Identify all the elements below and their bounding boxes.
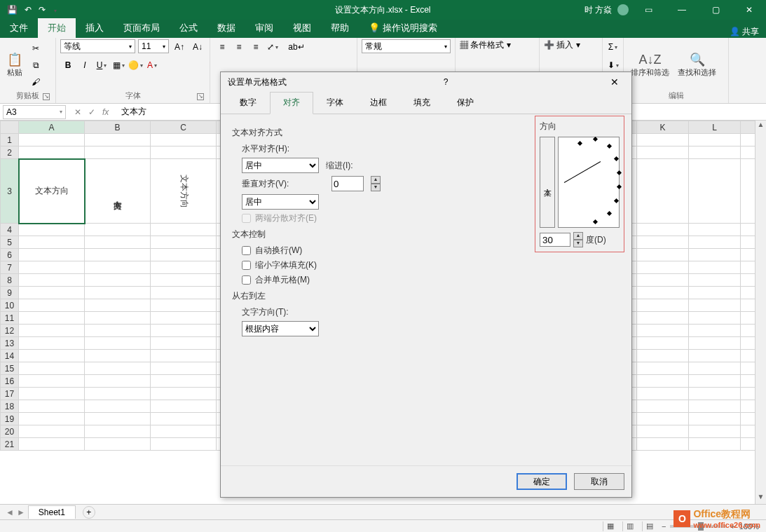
row-header[interactable]: 3	[1, 159, 19, 224]
paste-button[interactable]: 📋 粘贴	[4, 50, 25, 79]
wrap-text-icon[interactable]: ab↵	[289, 39, 304, 55]
sheet-nav-next-icon[interactable]: ►	[17, 507, 25, 517]
row-header[interactable]: 1	[1, 134, 19, 146]
dialog-tab-number[interactable]: 数字	[226, 92, 270, 114]
dialog-help-icon[interactable]: ?	[438, 74, 454, 90]
orientation-vertical-button[interactable]: 文本	[540, 137, 555, 228]
save-icon[interactable]: 💾	[7, 5, 18, 15]
text-direction-select[interactable]: 根据内容	[242, 321, 319, 336]
dialog-close-icon[interactable]: ✕	[605, 74, 624, 90]
indent-down-icon[interactable]: ▼	[371, 184, 381, 191]
degree-down-icon[interactable]: ▼	[573, 240, 583, 247]
tab-data[interactable]: 数据	[207, 18, 245, 38]
undo-icon[interactable]: ↶	[25, 5, 32, 15]
tellme[interactable]: 💡 操作说明搜索	[359, 18, 447, 38]
v-align-select[interactable]: 居中	[242, 194, 319, 210]
border-icon[interactable]: ▦	[111, 57, 126, 73]
tab-insert[interactable]: 插入	[76, 18, 114, 38]
editing-group-label: 编辑	[669, 91, 684, 100]
clipboard-launcher[interactable]: ↘	[43, 93, 50, 100]
h-align-select[interactable]: 居中	[242, 158, 319, 173]
align-middle-icon[interactable]: ≡	[231, 39, 247, 55]
cell-A3[interactable]: 文本方向	[19, 159, 85, 224]
redo-icon[interactable]: ↷	[39, 5, 46, 15]
format-painter-icon[interactable]: 🖌	[28, 74, 43, 90]
page-break-view-icon[interactable]: ▤	[642, 521, 657, 531]
insert-cells-button[interactable]: ➕ 插入 ▾	[544, 39, 580, 51]
col-header[interactable]: K	[637, 121, 689, 134]
cell-C3[interactable]: 文本方向	[151, 159, 217, 224]
ribbon-options-icon[interactable]: ▭	[634, 0, 662, 20]
autosum-icon[interactable]: Σ	[606, 39, 621, 55]
merge-cells-checkbox[interactable]	[242, 275, 251, 285]
fill-icon[interactable]: ⬇	[606, 57, 621, 73]
font-name-combo[interactable]: 等线▾	[60, 39, 135, 53]
avatar[interactable]	[617, 4, 629, 15]
username-label: 时 方焱	[584, 4, 612, 16]
ok-button[interactable]: 确定	[517, 473, 567, 490]
tab-layout[interactable]: 页面布局	[114, 18, 170, 38]
quick-access-toolbar: 💾 ↶ ↷	[0, 5, 57, 15]
dialog-tab-protect[interactable]: 保护	[444, 92, 487, 114]
align-bottom-icon[interactable]: ≡	[248, 39, 264, 55]
indent-spinner[interactable]	[331, 176, 364, 191]
conditional-format-button[interactable]: ▦ 条件格式 ▾	[460, 39, 511, 51]
add-sheet-button[interactable]: +	[83, 506, 95, 519]
tab-review[interactable]: 审阅	[245, 18, 283, 38]
sort-filter-button[interactable]: A↓Z排序和筛选	[628, 51, 672, 79]
maximize-icon[interactable]: ▢	[702, 0, 730, 20]
cell-B3[interactable]: 文本方向	[85, 159, 151, 224]
select-all-corner[interactable]	[1, 121, 19, 134]
font-color-icon[interactable]: A	[144, 57, 160, 73]
orientation-dial[interactable]	[558, 137, 620, 228]
italic-icon[interactable]: I	[77, 57, 93, 73]
decrease-font-icon[interactable]: A↓	[190, 39, 205, 55]
sheet-tab[interactable]: Sheet1	[28, 505, 76, 519]
minimize-icon[interactable]: —	[668, 0, 696, 20]
degree-up-icon[interactable]: ▲	[573, 232, 583, 240]
dialog-tab-fill[interactable]: 填充	[400, 92, 444, 114]
number-format-combo[interactable]: 常规▾	[362, 39, 451, 53]
sheet-nav-prev-icon[interactable]: ◄	[6, 507, 14, 517]
orientation-degree-input[interactable]	[540, 233, 570, 247]
increase-font-icon[interactable]: A↑	[172, 39, 187, 55]
copy-icon[interactable]: ⧉	[28, 57, 43, 73]
find-select-button[interactable]: 🔍查找和选择	[675, 50, 719, 79]
indent-up-icon[interactable]: ▲	[371, 176, 381, 184]
dialog-tab-border[interactable]: 边框	[357, 92, 400, 114]
share-button[interactable]: 👤 共享	[730, 26, 759, 38]
qat-customize-icon[interactable]	[53, 5, 57, 15]
fx-icon[interactable]: fx	[102, 107, 109, 117]
vertical-scrollbar[interactable]: ▲ ▼	[755, 121, 766, 504]
tab-home[interactable]: 开始	[38, 18, 76, 38]
font-launcher[interactable]: ↘	[197, 93, 204, 100]
name-box[interactable]: A3▾	[3, 105, 66, 119]
col-header[interactable]: C	[151, 121, 217, 134]
align-top-icon[interactable]: ≡	[214, 39, 230, 55]
dialog-tab-font[interactable]: 字体	[313, 92, 357, 114]
underline-icon[interactable]: U	[94, 57, 109, 73]
normal-view-icon[interactable]: ▦	[603, 521, 618, 531]
tab-help[interactable]: 帮助	[321, 18, 359, 38]
dialog-tab-align[interactable]: 对齐	[270, 92, 313, 114]
enter-formula-icon[interactable]: ✓	[88, 107, 95, 117]
fill-color-icon[interactable]: 🟡	[128, 57, 143, 73]
row-header[interactable]: 2	[1, 146, 19, 159]
tab-file[interactable]: 文件	[0, 18, 38, 38]
zoom-out-icon[interactable]: −	[662, 522, 666, 531]
shrink-fit-checkbox[interactable]	[242, 261, 251, 270]
col-header[interactable]: B	[85, 121, 151, 134]
font-size-combo[interactable]: 11▾	[138, 39, 169, 53]
cancel-button[interactable]: 取消	[574, 473, 624, 490]
cut-icon[interactable]: ✂	[28, 41, 43, 56]
tab-formulas[interactable]: 公式	[170, 18, 207, 38]
tab-view[interactable]: 视图	[283, 18, 321, 38]
bold-icon[interactable]: B	[60, 57, 76, 73]
wrap-text-checkbox[interactable]	[242, 246, 251, 255]
orientation-icon[interactable]: ⤢	[265, 39, 280, 55]
cancel-formula-icon[interactable]: ✕	[74, 107, 81, 117]
page-layout-view-icon[interactable]: ▥	[622, 521, 638, 531]
col-header[interactable]: A	[19, 121, 85, 134]
close-icon[interactable]: ✕	[735, 0, 763, 20]
col-header[interactable]: L	[689, 121, 741, 134]
